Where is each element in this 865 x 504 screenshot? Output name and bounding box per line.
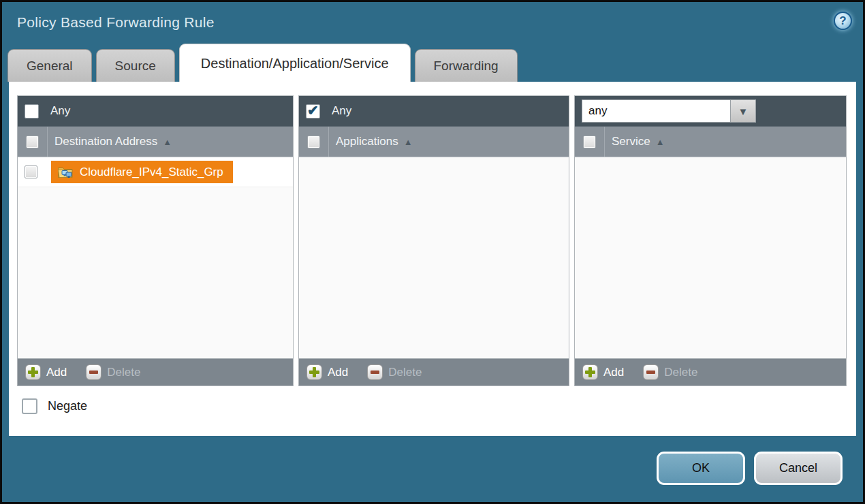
add-plus-icon (582, 364, 598, 380)
sort-asc-icon[interactable]: ▲ (163, 137, 172, 147)
dialog-button-bar: OK Cancel (2, 434, 863, 502)
applications-select-all-cell (299, 127, 329, 157)
destination-item-checkbox[interactable] (25, 166, 37, 178)
dialog-title: Policy Based Forwarding Rule (17, 14, 215, 31)
columns-container: Any Destination Address ▲ (17, 95, 848, 386)
destination-select-all-cell (18, 127, 48, 157)
help-icon[interactable]: ? (834, 12, 852, 30)
dialog-titlebar: Policy Based Forwarding Rule ? (2, 2, 863, 43)
applications-footer-bar: Add Delete (299, 358, 569, 385)
applications-any-label: Any (332, 104, 351, 118)
service-any-row: any ▼ (575, 96, 846, 127)
service-list (575, 157, 846, 358)
checkmark-icon: ✔ (307, 104, 319, 117)
address-group-icon (57, 166, 74, 178)
destination-any-checkbox[interactable] (25, 104, 39, 119)
service-delete-button[interactable]: Delete (643, 364, 697, 380)
add-plus-icon (25, 364, 41, 380)
applications-list (299, 157, 569, 358)
destination-delete-label: Delete (107, 366, 140, 379)
applications-select-all-checkbox[interactable] (307, 136, 320, 148)
tab-content: Any Destination Address ▲ (9, 82, 856, 436)
sort-asc-icon[interactable]: ▲ (404, 137, 413, 147)
destination-any-label: Any (50, 104, 70, 118)
negate-checkbox[interactable] (22, 398, 37, 414)
sort-asc-icon[interactable]: ▲ (656, 137, 665, 147)
applications-add-label: Add (328, 366, 348, 379)
delete-minus-icon (643, 364, 659, 380)
service-header-label[interactable]: Service (612, 135, 650, 148)
negate-label: Negate (48, 399, 87, 413)
delete-minus-icon (367, 364, 383, 380)
policy-based-forwarding-dialog: Policy Based Forwarding Rule ? General S… (0, 0, 865, 504)
destination-delete-button[interactable]: Delete (86, 364, 140, 380)
tab-source[interactable]: Source (96, 49, 175, 82)
applications-add-button[interactable]: Add (306, 364, 348, 380)
tab-general[interactable]: General (7, 49, 92, 82)
service-add-label: Add (603, 366, 624, 379)
destination-add-label: Add (46, 366, 67, 379)
applications-delete-label: Delete (388, 366, 422, 379)
service-delete-label: Delete (664, 366, 697, 379)
cancel-button[interactable]: Cancel (754, 452, 843, 485)
destination-header-label[interactable]: Destination Address (54, 135, 157, 148)
service-dropdown-value[interactable]: any (582, 99, 730, 123)
destination-item-selected[interactable]: Cloudflare_IPv4_Static_Grp (51, 161, 233, 183)
applications-header-label[interactable]: Applications (336, 135, 398, 148)
service-dropdown: any ▼ (582, 99, 756, 123)
service-select-all-cell (575, 127, 605, 157)
applications-any-checkbox[interactable]: ✔ (306, 104, 320, 119)
destination-select-all-checkbox[interactable] (26, 136, 39, 148)
applications-any-row: ✔ Any (299, 96, 569, 127)
delete-minus-icon (86, 364, 101, 380)
help-icon-glyph: ? (839, 14, 846, 28)
service-add-button[interactable]: Add (582, 364, 624, 380)
chevron-down-icon: ▼ (738, 106, 749, 117)
destination-column-header: Destination Address ▲ (18, 127, 293, 157)
destination-item-label: Cloudflare_IPv4_Static_Grp (80, 166, 223, 179)
destination-add-button[interactable]: Add (25, 364, 67, 380)
tab-bar: General Source Destination/Application/S… (2, 43, 863, 82)
add-plus-icon (306, 364, 322, 380)
negate-row: Negate (22, 398, 848, 414)
applications-panel: ✔ Any Applications ▲ Add (298, 95, 569, 386)
service-panel: any ▼ Service ▲ (574, 95, 847, 386)
service-footer-bar: Add Delete (575, 358, 846, 385)
destination-address-panel: Any Destination Address ▲ (17, 95, 294, 386)
applications-delete-button[interactable]: Delete (367, 364, 422, 380)
service-dropdown-button[interactable]: ▼ (730, 99, 756, 123)
service-select-all-checkbox[interactable] (583, 136, 596, 148)
ok-button[interactable]: OK (657, 452, 745, 485)
applications-column-header: Applications ▲ (299, 127, 569, 157)
service-column-header: Service ▲ (575, 127, 846, 157)
tab-forwarding[interactable]: Forwarding (415, 49, 518, 82)
destination-footer-bar: Add Delete (18, 358, 293, 385)
destination-any-row: Any (18, 96, 293, 127)
destination-list: Cloudflare_IPv4_Static_Grp (18, 157, 293, 358)
list-item: Cloudflare_IPv4_Static_Grp (18, 157, 293, 187)
tab-destination-application-service[interactable]: Destination/Application/Service (179, 44, 411, 82)
